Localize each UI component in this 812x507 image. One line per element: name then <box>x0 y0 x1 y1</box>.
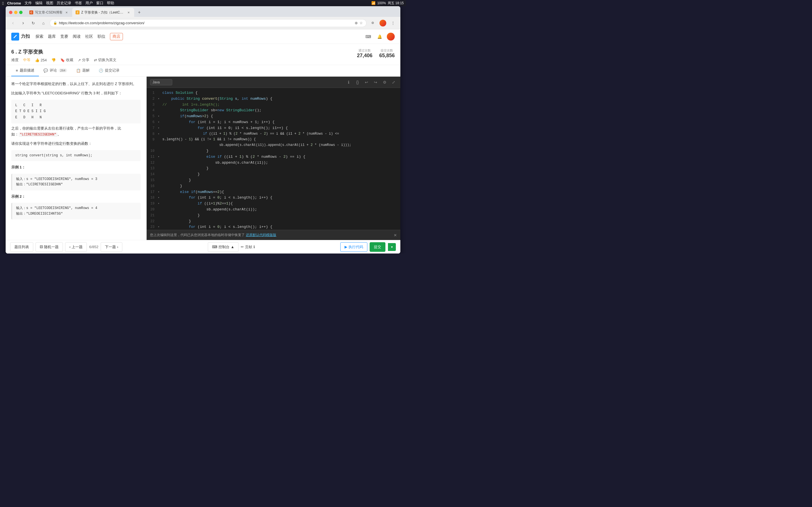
bookmark-icon[interactable]: ☆ <box>359 21 363 25</box>
tab-comments[interactable]: 💬 评论 264 <box>39 65 71 76</box>
tabs-bar: ≡ 题目描述 💬 评论 264 📋 题解 🕐 提交记录 <box>6 65 400 76</box>
address-text[interactable]: https://leetcode-cn.com/problems/zigzag-… <box>59 21 353 25</box>
description-example-intro: 比如输入字符串为 "LEETCODEISHIRING" 行数为 3 时，排列如下… <box>11 91 141 96</box>
example2-input: 输入：s = "LEETCODEISHIRING", numRows = 4 <box>16 206 137 211</box>
settings-icon[interactable]: ⚙ <box>381 79 388 86</box>
description-task: 请你实现这个将字符串进行指定行数变换的函数： <box>11 141 141 147</box>
minimize-button[interactable] <box>14 11 17 14</box>
random-problem-button[interactable]: ⚄ 随机一题 <box>36 242 63 252</box>
tab-submissions[interactable]: 🕐 提交记录 <box>94 65 124 76</box>
code-line-21: 21 } <box>147 213 400 219</box>
menu-history[interactable]: 历史记录 <box>57 1 71 6</box>
home-button[interactable]: ⌂ <box>40 19 47 27</box>
menu-file[interactable]: 文件 <box>24 1 32 6</box>
nav-read[interactable]: 阅读 <box>73 33 81 40</box>
contribute-label: 贡献 <box>245 244 252 249</box>
lc-logo[interactable]: 力扣 <box>11 33 30 41</box>
nav-contest[interactable]: 竞赛 <box>60 33 68 40</box>
browser-content: 力扣 探索 题库 竞赛 阅读 社区 职位 商店 ⌨ 🔔 <box>6 29 400 253</box>
reload-button[interactable]: ↻ <box>29 19 37 27</box>
close-button[interactable] <box>9 11 12 14</box>
dislike-button[interactable]: 👎 <box>51 58 56 62</box>
undo-icon[interactable]: ↩ <box>363 79 370 86</box>
example2-output: 输出："LDREOEIIECIHNTSG" <box>16 211 137 217</box>
restore-default-link[interactable]: 还原默认代码模版版 <box>246 233 276 237</box>
submit-dropdown[interactable]: ▾ <box>388 243 396 251</box>
code-line-14: 14 } <box>147 172 400 177</box>
zigzag-display: L C I R E T O E S I I G E D H N <box>11 100 141 124</box>
notification-close[interactable]: ✕ <box>394 233 397 237</box>
notification-icon[interactable]: 🔔 <box>375 33 384 41</box>
menubar-right: 📶 100% 周五 18:15 <box>371 1 404 6</box>
menu-help[interactable]: 帮助 <box>107 1 114 6</box>
submit-label: 提交次数 <box>379 48 395 53</box>
apple-logo[interactable]:  <box>2 1 4 6</box>
chrome-window: C 写文章-CSDN博客 ✕ Z Z 字形变换 - 力扣（LeetCode） ✕… <box>6 6 400 253</box>
nav-problems[interactable]: 题库 <box>48 33 56 40</box>
tab-description[interactable]: ≡ 题目描述 <box>11 65 39 76</box>
translate-label: 切换为英文 <box>98 57 116 62</box>
menu-bookmarks[interactable]: 书签 <box>75 1 82 6</box>
submit-count-stat: 提交次数 65,856 <box>379 48 395 59</box>
example2-block: 输入：s = "LEETCODEISHIRING", numRows = 4 输… <box>11 203 141 219</box>
bottom-bar: 题目列表 ⚄ 随机一题 ‹ 上一题 6/852 下一题 › ⌨ 控制台 <box>6 240 400 253</box>
editor-toolbar: Java Python3 C++ ℹ {} ↩ ↪ ⚙ ⤢ <box>147 76 400 88</box>
console-button[interactable]: ⌨ 控制台 ▲ <box>208 242 239 252</box>
nav-community[interactable]: 社区 <box>85 33 93 40</box>
tab1-close[interactable]: ✕ <box>64 10 69 15</box>
tab-solutions[interactable]: 📋 题解 <box>71 65 94 76</box>
share-button[interactable]: ↗ 分享 <box>78 57 89 62</box>
next-icon: › <box>117 245 118 249</box>
nav-explore[interactable]: 探索 <box>36 33 43 40</box>
nav-jobs[interactable]: 职位 <box>98 33 105 40</box>
prev-problem-button[interactable]: ‹ 上一题 <box>65 242 87 252</box>
app-name[interactable]: Chrome <box>7 1 21 5</box>
code-line-3: 3 // int l=s.length(); <box>147 102 400 108</box>
terminal-icon[interactable]: ⌨ <box>364 33 372 41</box>
translate-btn[interactable]: ⇄ 切换为英文 <box>94 57 116 62</box>
editor-icons: ℹ {} ↩ ↪ ⚙ ⤢ <box>345 79 397 86</box>
nav-shop[interactable]: 商店 <box>110 33 123 40</box>
code-line-1: 1 class Solution { <box>147 90 400 96</box>
tab-csdn[interactable]: C 写文章-CSDN博客 ✕ <box>26 8 72 17</box>
more-button[interactable]: ⋮ <box>389 19 397 27</box>
split-layout: 将一个给定字符串根据给定的行数，以从上往下、从左到右进行 Z 字形排列。 比如输… <box>6 76 400 240</box>
pagination: 6/852 <box>89 245 98 249</box>
format-icon[interactable]: {} <box>354 79 361 86</box>
tab-leetcode[interactable]: Z Z 字形变换 - 力扣（LeetCode） ✕ <box>72 8 134 17</box>
extensions-button[interactable]: ⚙ <box>369 19 377 27</box>
menubar-time: 周五 18:15 <box>388 1 404 6</box>
tab2-favicon: Z <box>75 10 80 14</box>
address-input[interactable]: 🔒 https://leetcode-cn.com/problems/zigza… <box>50 19 366 27</box>
expand-icon[interactable]: ⤢ <box>390 79 397 86</box>
new-tab-button[interactable]: + <box>135 8 143 16</box>
menu-user[interactable]: 用户 <box>86 1 93 6</box>
run-code-button[interactable]: ▶ 执行代码 <box>340 242 367 252</box>
next-problem-button[interactable]: 下一题 › <box>101 242 122 252</box>
code-line-20: 20 sb.append(s.charAt(i)); <box>147 207 400 213</box>
problem-number: 6 <box>11 49 14 55</box>
user-avatar[interactable] <box>387 33 395 41</box>
example1-output: 输出："LCIRETOESIIGEDHN" <box>16 182 137 187</box>
code-content[interactable]: 1 class Solution { 2 ▾ public String con… <box>147 88 400 230</box>
language-selector[interactable]: Java Python3 C++ <box>150 79 172 86</box>
contribute-button[interactable]: ✏ 贡献 ℹ <box>241 244 255 249</box>
forward-button[interactable]: › <box>19 19 27 27</box>
maximize-button[interactable] <box>19 11 22 14</box>
info-icon[interactable]: ℹ <box>345 79 352 86</box>
code-line-12: 12 sb.append(s.charAt(i1)); <box>147 160 400 166</box>
tab2-close[interactable]: ✕ <box>126 10 131 15</box>
menu-edit[interactable]: 编辑 <box>35 1 43 6</box>
submit-button[interactable]: 提交 <box>370 242 386 252</box>
collect-button[interactable]: 🔖 收藏 <box>60 57 73 62</box>
dislike-icon: 👎 <box>51 58 56 62</box>
profile-button[interactable] <box>379 19 387 27</box>
like-button[interactable]: 👍 254 <box>35 58 47 62</box>
back-button[interactable]: ‹ <box>9 19 17 27</box>
menu-window[interactable]: 窗口 <box>96 1 103 6</box>
menu-view[interactable]: 视图 <box>46 1 53 6</box>
redo-icon[interactable]: ↪ <box>372 79 379 86</box>
problem-list-button[interactable]: 题目列表 <box>10 242 33 252</box>
code-line-9b: sb.append(s.charAt(i1)).append(s.charAt(… <box>147 143 400 148</box>
translate-icon[interactable]: ⊕ <box>355 21 358 25</box>
